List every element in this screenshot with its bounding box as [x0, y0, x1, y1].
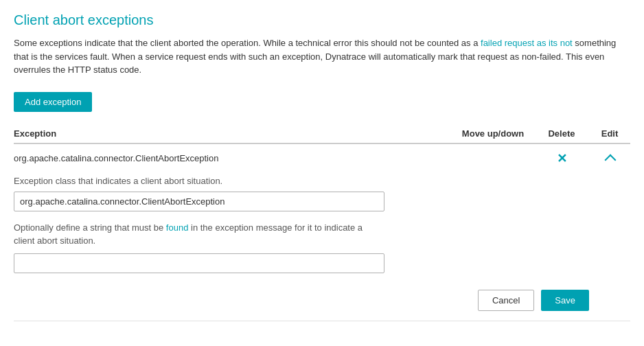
- cancel-button[interactable]: Cancel: [478, 290, 534, 311]
- table-header: Exception Move up/down Delete Edit: [14, 128, 630, 144]
- header-delete: Delete: [534, 128, 589, 139]
- highlight-text: failed request as its not: [481, 38, 573, 48]
- header-exception: Exception: [14, 128, 452, 139]
- chevron-up-icon[interactable]: [604, 153, 615, 164]
- exception-class-input[interactable]: [14, 192, 384, 211]
- header-move-updown: Move up/down: [452, 128, 534, 139]
- edit-cell[interactable]: [589, 153, 630, 164]
- exception-detail: Exception class that indicates a client …: [14, 170, 630, 321]
- page-description: Some exceptions indicate that the client…: [14, 36, 630, 77]
- optional-string-input[interactable]: [14, 253, 384, 273]
- table-row: org.apache.catalina.connector.ClientAbor…: [14, 144, 630, 321]
- form-actions: Cancel Save: [14, 284, 630, 311]
- header-edit: Edit: [589, 128, 630, 139]
- exception-row-header: org.apache.catalina.connector.ClientAbor…: [14, 144, 630, 170]
- detail-label: Exception class that indicates a client …: [14, 176, 630, 186]
- delete-icon[interactable]: ✕: [557, 151, 567, 166]
- found-highlight: found: [166, 222, 189, 233]
- exceptions-table: Exception Move up/down Delete Edit org.a…: [14, 128, 630, 321]
- delete-cell[interactable]: ✕: [534, 151, 589, 166]
- optional-label: Optionally define a string that must be …: [14, 221, 384, 248]
- exception-name: org.apache.catalina.connector.ClientAbor…: [14, 153, 452, 163]
- page-title: Client abort exceptions: [14, 12, 630, 28]
- add-exception-button[interactable]: Add exception: [14, 92, 92, 112]
- save-button[interactable]: Save: [541, 290, 589, 311]
